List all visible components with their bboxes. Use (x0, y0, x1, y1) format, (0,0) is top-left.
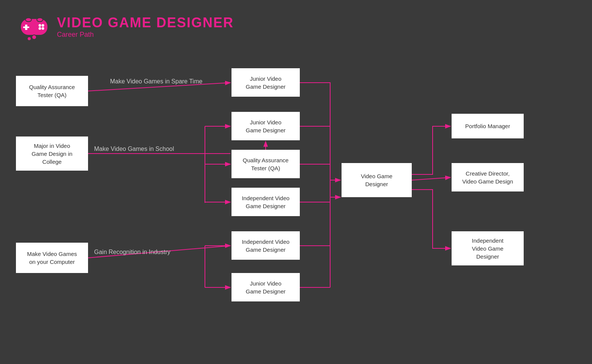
node-video-game-designer: Video Game Designer (342, 163, 412, 197)
node-college-major: Major in Video Game Design in College (16, 136, 88, 171)
node-qa-mid: Quality Assurance Tester (QA) (231, 150, 300, 178)
node-portfolio-manager: Portfolio Manager (452, 114, 524, 138)
node-qa-tester-start: Quality Assurance Tester (QA) (16, 76, 88, 106)
svg-point-3 (39, 24, 41, 27)
svg-line-12 (88, 83, 230, 91)
svg-text:Make Video Games in Spare Time: Make Video Games in Spare Time (110, 78, 202, 85)
header-text: VIDEO GAME DESIGNER Career Path (57, 15, 234, 39)
svg-point-9 (32, 35, 36, 39)
diagram: Make Video Games in Spare Time Make Vide… (0, 53, 592, 364)
svg-line-25 (88, 246, 230, 258)
svg-point-8 (37, 18, 43, 22)
node-make-games-computer: Make Video Games on your Computer (16, 243, 88, 273)
svg-text:Gain Recognition in Industry: Gain Recognition in Industry (94, 249, 170, 255)
node-indie-bottom1: Independent Video Game Designer (231, 231, 300, 260)
svg-point-10 (27, 37, 31, 41)
node-junior-bottom: Junior Video Game Designer (231, 273, 300, 301)
node-creative-director: Creative Director, Video Game Design (452, 163, 524, 191)
header-subtitle: Career Path (57, 31, 234, 39)
logo (19, 11, 49, 42)
svg-point-5 (39, 27, 41, 30)
node-indie-mid: Independent Video Game Designer (231, 188, 300, 216)
svg-text:Make Video Games in School: Make Video Games in School (94, 146, 174, 152)
node-indie-final: Independent Video Game Designer (452, 231, 524, 265)
header: VIDEO GAME DESIGNER Career Path (0, 0, 592, 53)
svg-line-35 (412, 177, 450, 180)
node-junior-top: Junior Video Game Designer (231, 68, 300, 97)
svg-rect-2 (23, 27, 29, 28)
svg-point-6 (42, 27, 44, 30)
svg-point-4 (42, 24, 44, 27)
node-junior-mid: Junior Video Game Designer (231, 112, 300, 140)
header-title: VIDEO GAME DESIGNER (57, 15, 234, 31)
svg-point-7 (25, 18, 31, 22)
